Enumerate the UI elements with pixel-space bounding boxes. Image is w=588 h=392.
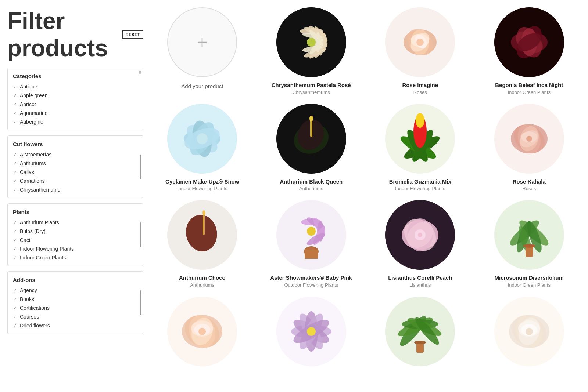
check-icon: ✓ (13, 110, 17, 116)
scrollbar-indicator (140, 290, 141, 315)
flower-svg (276, 297, 346, 366)
filter-item[interactable]: ✓Apricot (13, 100, 138, 109)
product-image-microsonum (494, 200, 564, 270)
product-card-aster[interactable]: Aster Showmakers® Baby Pink Outdoor Flow… (260, 200, 363, 288)
flower-svg (385, 104, 455, 174)
svg-point-39 (197, 133, 208, 144)
filter-item[interactable]: ✓Books (13, 295, 138, 304)
filter-item[interactable]: ✓Bulbs (Dry) (13, 227, 138, 236)
product-card-rose-imagine[interactable]: Rose Imagine Roses (369, 7, 472, 95)
check-icon: ✓ (13, 178, 17, 184)
product-card-cyclamen[interactable]: Cyclamen Make-Upz® Snow Indoor Flowering… (151, 104, 254, 192)
scrollbar-indicator (140, 155, 141, 179)
product-category: Roses (413, 90, 427, 95)
product-name: Aster Showmakers® Baby Pink (270, 274, 352, 282)
svg-point-105 (385, 297, 455, 366)
filter-item[interactable]: ✓Indoor Green Plants (13, 253, 138, 262)
product-card-microsonum[interactable]: Microsonum Diversifolium Indoor Green Pl… (478, 200, 581, 288)
filter-item-carnations[interactable]: ✓Carnations (13, 177, 138, 185)
product-card-begonia[interactable]: Begonia Beleaf Inca Night Indoor Green P… (478, 7, 581, 95)
product-image-rose-bottom (167, 297, 237, 366)
check-icon: ✓ (13, 220, 17, 225)
check-icon: ✓ (13, 237, 17, 243)
filter-section-addons: Add-ons ✓Agency ✓Books ✓Certifications ✓… (7, 271, 143, 334)
svg-point-71 (307, 227, 316, 236)
flower-svg (167, 297, 237, 366)
product-image-rose-white-bottom (494, 297, 564, 366)
product-card-fern-bottom[interactable] (369, 297, 472, 371)
product-card-lisianthus[interactable]: Lisianthus Corelli Peach Lisianthus (369, 200, 472, 288)
filter-item[interactable]: ✓Callas (13, 168, 138, 177)
scrollbar-indicator (140, 222, 141, 247)
product-image-anthurium-choco (167, 200, 237, 270)
product-card-rose-white-bottom[interactable] (478, 297, 581, 371)
filter-item[interactable]: ✓Alstroemerías (13, 150, 138, 159)
flower-svg (494, 200, 564, 270)
flower-svg (167, 200, 237, 270)
product-card-chrysanthemum[interactable]: Chrysanthemum Pastela Rosé Chrysanthemum… (260, 7, 363, 95)
check-icon: ✓ (13, 84, 17, 90)
flower-svg (276, 200, 346, 270)
product-card-bromelia[interactable]: Bromelia Guzmania Mix Indoor Flowering P… (369, 104, 472, 192)
filter-item[interactable]: ✓Antique (13, 82, 138, 91)
product-card-anthurium-black[interactable]: Anthurium Black Queen Anthuriums (260, 104, 363, 192)
check-icon: ✓ (13, 187, 17, 193)
check-icon: ✓ (13, 152, 17, 157)
product-card-rose-kahala[interactable]: Rose Kahala Roses (478, 104, 581, 192)
filter-item[interactable]: ✓Courses (13, 312, 138, 321)
section-title-plants: Plants (13, 209, 138, 215)
filter-item-indoor-flowering[interactable]: ✓Indoor Flowering Plants (13, 244, 138, 253)
svg-point-88 (523, 244, 535, 248)
flower-svg (494, 104, 564, 174)
page-title: Filter products (7, 7, 118, 62)
svg-point-63 (202, 210, 205, 215)
reset-button[interactable]: RESET (122, 30, 143, 39)
filter-item-dried-flowers[interactable]: ✓Dried flowers (13, 321, 138, 330)
filter-item[interactable]: ✓Anthuriums (13, 159, 138, 168)
sidebar: Filter products RESET Categories ✓Antiqu… (7, 7, 143, 371)
check-icon: ✓ (13, 119, 17, 125)
filter-item[interactable]: ✓Aubergine (13, 117, 138, 126)
product-image-clematis-bottom (276, 297, 346, 366)
filter-item[interactable]: ✓Chrysanthemums (13, 185, 138, 194)
product-image-begonia (494, 7, 564, 77)
filter-section-categories: Categories ✓Antique ✓Apple green ✓Aprico… (7, 68, 143, 130)
flower-svg (276, 7, 346, 77)
product-card-rose-bottom[interactable] (151, 297, 254, 371)
flower-svg (276, 104, 346, 174)
filter-item-cacti[interactable]: ✓Cacti (13, 236, 138, 244)
product-category: Indoor Flowering Plants (177, 186, 227, 191)
add-product-card[interactable]: Add your product (151, 7, 254, 95)
product-image-fern-bottom (385, 297, 455, 366)
product-name: Chrysanthemum Pastela Rosé (272, 81, 351, 89)
product-card-anthurium-choco[interactable]: Anthurium Choco Anthuriums (151, 200, 254, 288)
filter-item[interactable]: ✓Certifications (13, 304, 138, 312)
svg-point-120 (526, 328, 533, 335)
filter-item-agency[interactable]: ✓Agency (13, 286, 138, 295)
product-image-rose-imagine (385, 7, 455, 77)
product-category: Anthuriums (190, 282, 214, 288)
product-name: Rose Imagine (402, 81, 438, 89)
product-image-anthurium-black (276, 104, 346, 174)
check-icon: ✓ (13, 255, 17, 261)
svg-point-17 (307, 38, 316, 47)
filter-item[interactable]: ✓Apple green (13, 91, 138, 100)
filter-item[interactable]: ✓Anthurium Plants (13, 218, 138, 227)
product-name: Anthurium Choco (179, 274, 226, 282)
product-name: Rose Kahala (513, 178, 546, 185)
section-title-categories: Categories (13, 73, 138, 79)
product-image-bromelia (385, 104, 455, 174)
product-card-clematis-bottom[interactable] (260, 297, 363, 371)
filter-item[interactable]: ✓Aquamarine (13, 109, 138, 117)
products-grid: Add your product (151, 7, 581, 371)
svg-point-44 (309, 116, 313, 121)
flower-svg (385, 200, 455, 270)
svg-point-104 (307, 327, 316, 336)
svg-point-59 (526, 136, 532, 142)
flower-svg (385, 7, 455, 77)
product-image-aster (276, 200, 346, 270)
product-name: Begonia Beleaf Inca Night (495, 81, 563, 89)
check-icon: ✓ (13, 170, 17, 175)
section-title-cut-flowers: Cut flowers (13, 141, 138, 147)
product-name: Cyclamen Make-Upz® Snow (165, 178, 239, 185)
